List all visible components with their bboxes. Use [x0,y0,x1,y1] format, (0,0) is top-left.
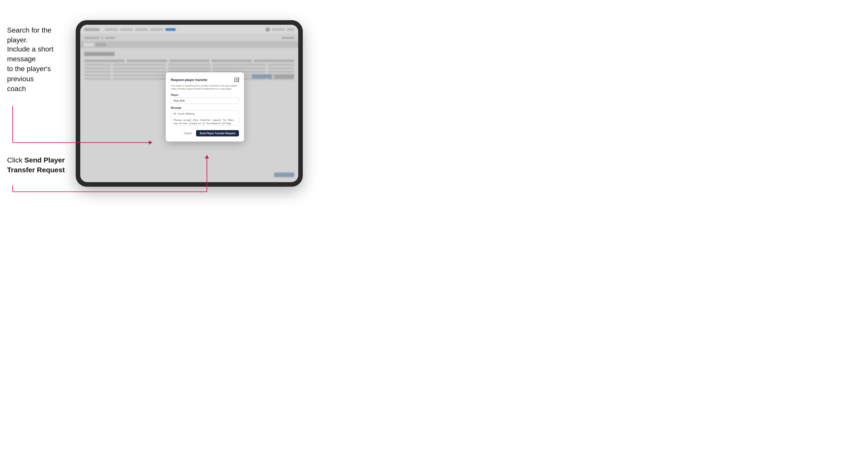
transfer-request-modal: Request player transfer ✕ If the player … [166,72,244,142]
tablet-screen: Request player transfer ✕ If the player … [80,25,298,182]
step2-line2: to the player's previous [7,65,51,83]
player-field-label: Player [171,94,239,96]
annotation-step2: Include a short message to the player's … [7,44,73,94]
send-transfer-request-button[interactable]: Send Player Transfer Request [196,130,239,136]
annotation-step3: Click Send Player Transfer Request [7,155,73,175]
annotation-area: Search for the player. Include a short m… [0,0,71,467]
modal-description: If the player is transferring from anoth… [171,85,239,91]
modal-overlay: Request player transfer ✕ If the player … [80,25,298,182]
tablet-device: Request player transfer ✕ If the player … [76,20,303,187]
step3-prefix: Click [7,156,24,164]
cancel-button[interactable]: Cancel [181,130,194,136]
modal-footer: Cancel Send Player Transfer Request [171,130,239,136]
modal-title: Request player transfer [171,78,208,82]
step2-line3: coach [7,85,26,93]
annotation-step1: Search for the player. [7,25,71,45]
message-field-label: Message [171,106,239,109]
step1-text: Search for the player. [7,26,52,44]
modal-close-button[interactable]: ✕ [235,77,239,82]
player-input[interactable] [171,98,239,104]
step2-line1: Include a short message [7,45,54,63]
modal-header: Request player transfer ✕ [171,77,239,82]
message-textarea[interactable]: Hi Coach McHarg, Please accept this tran… [171,111,239,126]
